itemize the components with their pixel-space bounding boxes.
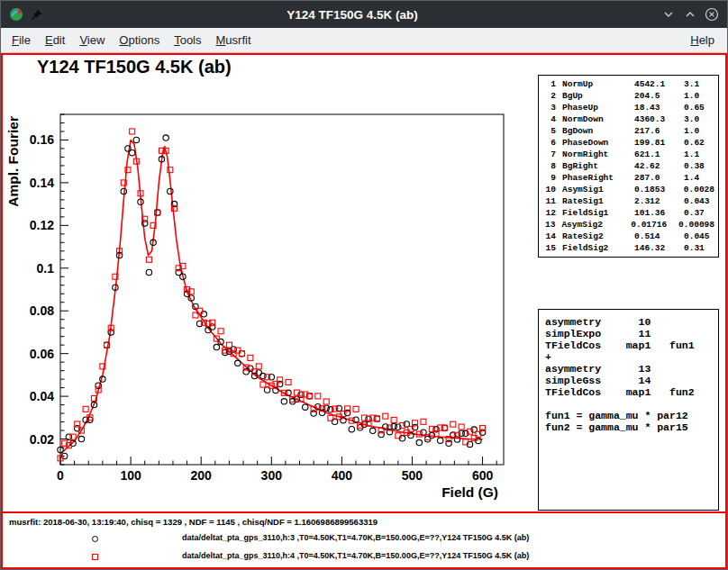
param-error: 3.1 <box>684 78 714 90</box>
svg-text:0.16: 0.16 <box>30 132 54 147</box>
svg-text:0.1: 0.1 <box>37 261 55 276</box>
param-row: 6PhaseDown199.810.62 <box>542 137 714 149</box>
fourier-plot[interactable]: 0100200300400500600Field (G)0.020.040.06… <box>3 78 525 511</box>
menu-items: FileEditViewOptionsToolsMusrfit <box>5 30 259 50</box>
param-idx: 4 <box>542 113 556 125</box>
svg-text:Ampl. Fourier: Ampl. Fourier <box>5 116 21 207</box>
param-value: 287.0 <box>634 172 684 184</box>
param-value: 101.36 <box>634 207 684 219</box>
param-name: NormRight <box>562 149 634 160</box>
fit-curve <box>60 140 483 455</box>
musrview-window: Y124 TF150G 4.5K (ab) FileEditViewOption… <box>0 0 728 570</box>
theory-line: TFieldCos map1 fun1 <box>545 339 712 351</box>
param-name: AsymSig1 <box>562 184 634 195</box>
param-idx: 2 <box>542 90 556 102</box>
svg-text:300: 300 <box>261 468 283 483</box>
svg-text:400: 400 <box>332 468 353 483</box>
param-name: AsymSig2 <box>561 219 631 231</box>
param-name: FieldSig1 <box>562 207 634 219</box>
param-value: 4542.1 <box>634 78 684 90</box>
param-error: 0.65 <box>684 102 714 113</box>
menu-item-tools[interactable]: Tools <box>167 30 208 50</box>
legend-row: data/deltat_pta_gps_3110,h:3 ,T0=4.50K,T… <box>3 533 725 546</box>
svg-text:500: 500 <box>402 468 423 483</box>
param-value: 42.62 <box>634 160 684 172</box>
param-error: 0.38 <box>684 160 714 172</box>
param-idx: 5 <box>542 125 556 137</box>
param-error: 0.37 <box>684 207 714 219</box>
param-idx: 7 <box>542 149 556 160</box>
param-name: NormUp <box>562 78 634 90</box>
menu-item-musrfit[interactable]: Musrfit <box>209 30 259 50</box>
plot-pad[interactable]: Y124 TF150G 4.5K (ab) 010020030040050060… <box>3 55 725 511</box>
theory-line <box>545 398 712 410</box>
param-error: 1.1 <box>684 149 714 160</box>
info-pad: musrfit: 2018-06-30, 13:19:40, chisq = 1… <box>3 511 725 567</box>
param-name: RateSig2 <box>562 231 634 242</box>
maximize-button[interactable] <box>682 6 698 23</box>
param-row: 2BgUp204.51.0 <box>542 90 714 102</box>
param-idx: 9 <box>542 172 556 184</box>
data-series-1 <box>58 135 486 459</box>
param-row: 11RateSig12.3120.043 <box>542 195 714 207</box>
param-error: 0.31 <box>684 242 714 254</box>
param-value: 217.6 <box>634 125 684 137</box>
close-icon <box>705 7 719 22</box>
param-row: 5BgDown217.61.0 <box>542 125 714 137</box>
plot-title: Y124 TF150G 4.5K (ab) <box>37 57 232 77</box>
param-idx: 3 <box>542 102 556 113</box>
square-marker-icon <box>92 554 98 560</box>
svg-text:0.12: 0.12 <box>30 218 54 232</box>
close-button[interactable] <box>704 6 720 23</box>
param-name: FieldSig2 <box>562 242 634 254</box>
param-row: 1NormUp4542.13.1 <box>542 78 714 90</box>
svg-text:0.06: 0.06 <box>30 347 54 361</box>
fit-info: musrfit: 2018-06-30, 13:19:40, chisq = 1… <box>9 517 378 527</box>
param-row: 8BgRight42.620.38 <box>542 160 714 172</box>
menu-item-edit[interactable]: Edit <box>38 30 72 50</box>
param-idx: 1 <box>542 78 556 90</box>
param-row: 12FieldSig1101.360.37 <box>542 207 714 219</box>
param-row: 13AsymSig20.017160.00098 <box>542 219 714 231</box>
menu-item-view[interactable]: View <box>72 30 112 50</box>
svg-text:0.02: 0.02 <box>30 432 54 447</box>
svg-text:0.04: 0.04 <box>30 389 54 403</box>
menu-item-options[interactable]: Options <box>112 30 167 50</box>
param-error: 0.0028 <box>684 184 714 195</box>
param-row: 14RateSig20.5140.045 <box>542 231 714 242</box>
theory-box[interactable]: asymmetry 10simplExpo 11TFieldCos map1 f… <box>538 309 719 511</box>
minimize-button[interactable] <box>660 6 677 23</box>
root-canvas: Y124 TF150G 4.5K (ab) 010020030040050060… <box>1 53 727 569</box>
param-value: 146.32 <box>634 242 684 254</box>
param-row: 9PhaseRight287.01.4 <box>542 172 714 184</box>
pin-icon[interactable] <box>29 7 44 23</box>
circle-marker-icon <box>92 536 98 542</box>
svg-text:200: 200 <box>191 468 213 483</box>
param-error: 1.0 <box>684 90 714 102</box>
parameter-box[interactable]: 1NormUp4542.13.12BgUp204.51.03PhaseUp18.… <box>538 75 719 258</box>
theory-line: simpleGss 14 <box>545 375 712 386</box>
param-value: 0.514 <box>634 231 684 242</box>
param-error: 1.0 <box>684 125 714 137</box>
window-title: Y124 TF150G 4.5K (ab) <box>50 8 655 22</box>
param-row: 15FieldSig2146.320.31 <box>542 242 714 254</box>
menubar: FileEditViewOptionsToolsMusrfit Help <box>1 28 727 53</box>
svg-text:0.14: 0.14 <box>30 176 54 190</box>
param-idx: 12 <box>542 207 556 219</box>
theory-line: asymmetry 13 <box>545 363 712 375</box>
param-idx: 14 <box>542 231 556 242</box>
theory-line: TFieldCos map1 fun2 <box>545 386 712 398</box>
param-error: 0.043 <box>684 195 714 207</box>
menu-item-file[interactable]: File <box>5 30 38 50</box>
param-error: 0.00098 <box>678 219 714 231</box>
param-idx: 6 <box>542 137 556 149</box>
svg-text:0: 0 <box>57 468 64 483</box>
menu-item-help[interactable]: Help <box>681 30 723 50</box>
param-row: 4NormDown4360.33.0 <box>542 113 714 125</box>
param-value: 0.01716 <box>631 219 678 231</box>
svg-text:600: 600 <box>472 468 494 483</box>
app-icon[interactable] <box>8 7 23 23</box>
param-value: 621.1 <box>634 149 684 160</box>
theory-line: fun2 = gamma_mu * par15 <box>545 421 712 433</box>
param-name: BgDown <box>562 125 634 137</box>
